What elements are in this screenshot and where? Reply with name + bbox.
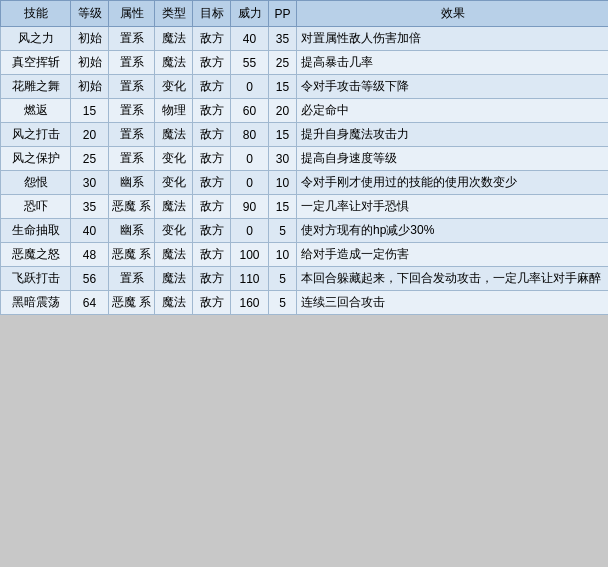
table-cell: 置系	[109, 147, 155, 171]
table-cell: 0	[231, 171, 269, 195]
skills-table-container: 技能等级属性类型目标威力PP效果 风之力初始置系魔法敌方4035对置属性敌人伤害…	[0, 0, 608, 315]
table-cell: 幽系	[109, 171, 155, 195]
table-cell: 恶魔 系	[109, 291, 155, 315]
table-row: 怨恨30幽系变化敌方010令对手刚才使用过的技能的使用次数变少	[1, 171, 609, 195]
table-cell: 提高自身速度等级	[297, 147, 609, 171]
table-cell: 0	[231, 219, 269, 243]
table-cell: 敌方	[193, 291, 231, 315]
table-cell: 敌方	[193, 243, 231, 267]
table-cell: 敌方	[193, 147, 231, 171]
table-cell: 初始	[71, 75, 109, 99]
table-cell: 20	[71, 123, 109, 147]
table-cell: 110	[231, 267, 269, 291]
table-header-cell: 效果	[297, 1, 609, 27]
table-cell: 给对手造成一定伤害	[297, 243, 609, 267]
table-cell: 魔法	[155, 27, 193, 51]
table-header-cell: PP	[269, 1, 297, 27]
table-row: 真空挥斩初始置系魔法敌方5525提高暴击几率	[1, 51, 609, 75]
table-row: 风之力初始置系魔法敌方4035对置属性敌人伤害加倍	[1, 27, 609, 51]
table-row: 恐吓35恶魔 系魔法敌方9015一定几率让对手恐惧	[1, 195, 609, 219]
table-row: 飞跃打击56置系魔法敌方1105本回合躲藏起来，下回合发动攻击，一定几率让对手麻…	[1, 267, 609, 291]
table-cell: 15	[269, 123, 297, 147]
table-row: 黑暗震荡64恶魔 系魔法敌方1605连续三回合攻击	[1, 291, 609, 315]
table-cell: 风之打击	[1, 123, 71, 147]
table-cell: 物理	[155, 99, 193, 123]
table-cell: 怨恨	[1, 171, 71, 195]
table-row: 风之保护25置系变化敌方030提高自身速度等级	[1, 147, 609, 171]
table-cell: 敌方	[193, 171, 231, 195]
table-cell: 0	[231, 147, 269, 171]
table-cell: 160	[231, 291, 269, 315]
table-cell: 置系	[109, 27, 155, 51]
table-row: 燃返15置系物理敌方6020必定命中	[1, 99, 609, 123]
table-cell: 连续三回合攻击	[297, 291, 609, 315]
table-cell: 一定几率让对手恐惧	[297, 195, 609, 219]
table-cell: 敌方	[193, 99, 231, 123]
table-cell: 黑暗震荡	[1, 291, 71, 315]
table-cell: 敌方	[193, 75, 231, 99]
table-cell: 恶魔 系	[109, 243, 155, 267]
table-cell: 敌方	[193, 27, 231, 51]
table-cell: 5	[269, 267, 297, 291]
table-cell: 对置属性敌人伤害加倍	[297, 27, 609, 51]
table-cell: 60	[231, 99, 269, 123]
table-cell: 燃返	[1, 99, 71, 123]
table-cell: 风之力	[1, 27, 71, 51]
table-cell: 恐吓	[1, 195, 71, 219]
table-cell: 0	[231, 75, 269, 99]
table-cell: 恶魔之怒	[1, 243, 71, 267]
table-cell: 提高暴击几率	[297, 51, 609, 75]
table-cell: 幽系	[109, 219, 155, 243]
table-cell: 必定命中	[297, 99, 609, 123]
table-cell: 25	[269, 51, 297, 75]
table-cell: 生命抽取	[1, 219, 71, 243]
table-cell: 15	[269, 75, 297, 99]
table-cell: 敌方	[193, 195, 231, 219]
table-cell: 40	[231, 27, 269, 51]
table-header-cell: 类型	[155, 1, 193, 27]
table-cell: 敌方	[193, 51, 231, 75]
table-cell: 提升自身魔法攻击力	[297, 123, 609, 147]
table-cell: 10	[269, 243, 297, 267]
table-header-cell: 属性	[109, 1, 155, 27]
table-cell: 15	[71, 99, 109, 123]
table-row: 恶魔之怒48恶魔 系魔法敌方10010给对手造成一定伤害	[1, 243, 609, 267]
table-cell: 魔法	[155, 123, 193, 147]
table-cell: 变化	[155, 171, 193, 195]
table-cell: 敌方	[193, 219, 231, 243]
table-cell: 令对手刚才使用过的技能的使用次数变少	[297, 171, 609, 195]
table-cell: 变化	[155, 147, 193, 171]
table-cell: 55	[231, 51, 269, 75]
table-cell: 令对手攻击等级下降	[297, 75, 609, 99]
table-row: 生命抽取40幽系变化敌方05使对方现有的hp减少30%	[1, 219, 609, 243]
table-cell: 敌方	[193, 123, 231, 147]
table-cell: 魔法	[155, 243, 193, 267]
table-cell: 飞跃打击	[1, 267, 71, 291]
table-cell: 魔法	[155, 291, 193, 315]
table-cell: 魔法	[155, 267, 193, 291]
table-cell: 花雕之舞	[1, 75, 71, 99]
table-cell: 100	[231, 243, 269, 267]
table-cell: 置系	[109, 123, 155, 147]
table-cell: 初始	[71, 27, 109, 51]
table-cell: 90	[231, 195, 269, 219]
table-cell: 置系	[109, 99, 155, 123]
skills-table: 技能等级属性类型目标威力PP效果 风之力初始置系魔法敌方4035对置属性敌人伤害…	[0, 0, 608, 315]
table-cell: 使对方现有的hp减少30%	[297, 219, 609, 243]
table-cell: 48	[71, 243, 109, 267]
table-cell: 置系	[109, 51, 155, 75]
table-cell: 初始	[71, 51, 109, 75]
table-row: 风之打击20置系魔法敌方8015提升自身魔法攻击力	[1, 123, 609, 147]
table-cell: 35	[71, 195, 109, 219]
table-cell: 风之保护	[1, 147, 71, 171]
table-header-row: 技能等级属性类型目标威力PP效果	[1, 1, 609, 27]
table-cell: 35	[269, 27, 297, 51]
table-cell: 80	[231, 123, 269, 147]
table-cell: 5	[269, 291, 297, 315]
table-cell: 置系	[109, 75, 155, 99]
table-cell: 置系	[109, 267, 155, 291]
table-cell: 5	[269, 219, 297, 243]
table-header-cell: 目标	[193, 1, 231, 27]
table-cell: 恶魔 系	[109, 195, 155, 219]
table-header-cell: 等级	[71, 1, 109, 27]
